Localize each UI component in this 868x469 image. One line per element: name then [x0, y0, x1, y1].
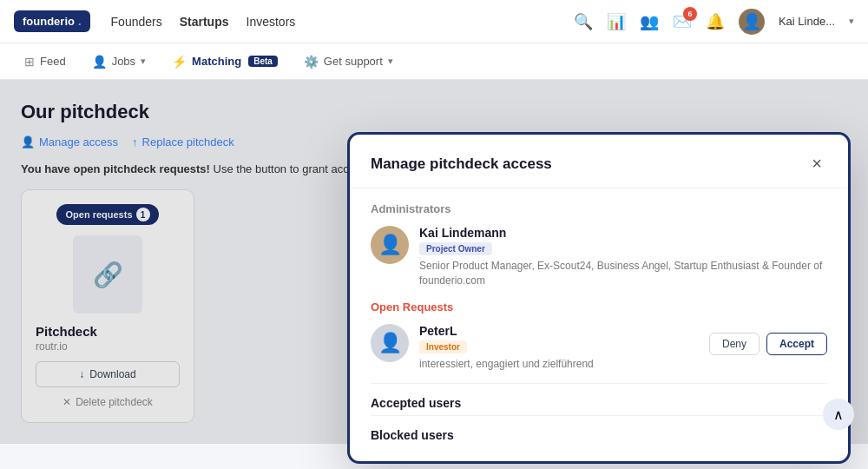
logo-text: founderio — [23, 15, 75, 28]
deny-button[interactable]: Deny — [709, 333, 760, 355]
request-actions: Deny Accept — [709, 324, 827, 355]
admin-name: Kai Lindemann — [419, 226, 827, 240]
logo-dot: . — [78, 15, 82, 28]
subnav-support-label: Get support — [324, 55, 383, 68]
requester-avatar: 👤 — [371, 324, 409, 362]
analytics-icon[interactable]: 📊 — [607, 12, 626, 31]
user-avatar[interactable]: 👤 — [739, 9, 765, 35]
requester-role-badge: Investor — [419, 340, 467, 353]
logo[interactable]: founderio. — [14, 10, 90, 32]
admin-info: Kai Lindemann Project Owner Senior Produ… — [419, 226, 827, 288]
administrators-section-label: Administrators — [371, 202, 827, 215]
matching-beta-badge: Beta — [248, 56, 278, 67]
matching-icon: ⚡ — [172, 55, 187, 69]
subnav-support[interactable]: ⚙️ Get support ▾ — [293, 50, 404, 74]
modal-header: Manage pitchdeck access × — [350, 135, 848, 188]
accepted-users-label: Accepted users — [371, 396, 461, 410]
accepted-users-section[interactable]: Accepted users — [371, 383, 827, 415]
nav-link-startups[interactable]: Startups — [180, 15, 229, 29]
support-icon: ⚙️ — [304, 55, 319, 69]
nav-link-founders[interactable]: Founders — [111, 15, 162, 29]
accepted-users-header: Accepted users — [371, 396, 827, 410]
modal-close-button[interactable]: × — [806, 152, 827, 175]
modal-title: Manage pitchdeck access — [371, 155, 552, 173]
admin-avatar: 👤 — [371, 226, 409, 264]
requester-bio: interessiert, engagiert und zielführend — [419, 357, 699, 372]
manage-access-modal: Manage pitchdeck access × Administrators… — [347, 132, 851, 464]
admin-user-entry: 👤 Kai Lindemann Project Owner Senior Pro… — [371, 226, 827, 288]
subnav-jobs[interactable]: 👤 Jobs ▾ — [82, 50, 156, 74]
jobs-icon: 👤 — [92, 55, 107, 69]
nav-links: Founders Startups Investors — [111, 15, 296, 29]
nav-link-investors[interactable]: Investors — [247, 15, 296, 29]
subnav-feed[interactable]: ⊞ Feed — [14, 50, 76, 74]
open-requests-section-label: Open Requests — [371, 301, 827, 314]
messages-badge: 6 — [683, 7, 697, 21]
sub-navigation: ⊞ Feed 👤 Jobs ▾ ⚡ Matching Beta ⚙️ Get s… — [0, 43, 868, 80]
requester-info: PeterL Investor interessiert, engagiert … — [419, 324, 699, 372]
search-icon[interactable]: 🔍 — [574, 12, 593, 31]
admin-bio: Senior Product Manager, Ex-Scout24, Busi… — [419, 259, 827, 288]
subnav-matching-label: Matching — [192, 55, 241, 68]
user-name-display[interactable]: Kai Linde... — [779, 15, 835, 28]
scroll-top-icon: ∧ — [833, 406, 844, 423]
messages-icon[interactable]: ✉️ 6 — [673, 12, 692, 31]
subnav-feed-label: Feed — [40, 55, 66, 68]
blocked-users-label: Blocked users — [371, 428, 454, 442]
jobs-dropdown-chevron: ▾ — [141, 56, 146, 67]
admin-role-badge: Project Owner — [419, 242, 492, 255]
blocked-users-header: Blocked users — [371, 428, 827, 442]
top-navigation: founderio. Founders Startups Investors 🔍… — [0, 0, 868, 43]
scroll-to-top-button[interactable]: ∧ — [823, 399, 854, 430]
subnav-jobs-label: Jobs — [112, 55, 135, 68]
subnav-matching[interactable]: ⚡ Matching Beta — [161, 50, 288, 74]
main-content: Our pitchdeck 👤 Manage access ↑ Replace … — [0, 80, 868, 444]
support-dropdown-chevron: ▾ — [388, 56, 393, 67]
modal-body: Administrators 👤 Kai Lindemann Project O… — [350, 188, 848, 461]
users-icon[interactable]: 👥 — [640, 12, 659, 31]
request-user-entry: 👤 PeterL Investor interessiert, engagier… — [371, 324, 827, 372]
accept-button[interactable]: Accept — [766, 333, 827, 355]
nav-left: founderio. Founders Startups Investors — [14, 10, 295, 32]
user-dropdown-chevron[interactable]: ▾ — [849, 16, 854, 27]
requester-avatar-icon: 👤 — [378, 332, 402, 354]
modal-overlay: Manage pitchdeck access × Administrators… — [0, 80, 868, 444]
feed-icon: ⊞ — [24, 55, 35, 69]
notifications-icon[interactable]: 🔔 — [706, 12, 725, 31]
blocked-users-section[interactable]: Blocked users — [371, 415, 827, 447]
requester-name: PeterL — [419, 324, 699, 338]
nav-right: 🔍 📊 👥 ✉️ 6 🔔 👤 Kai Linde... ▾ — [574, 9, 854, 35]
